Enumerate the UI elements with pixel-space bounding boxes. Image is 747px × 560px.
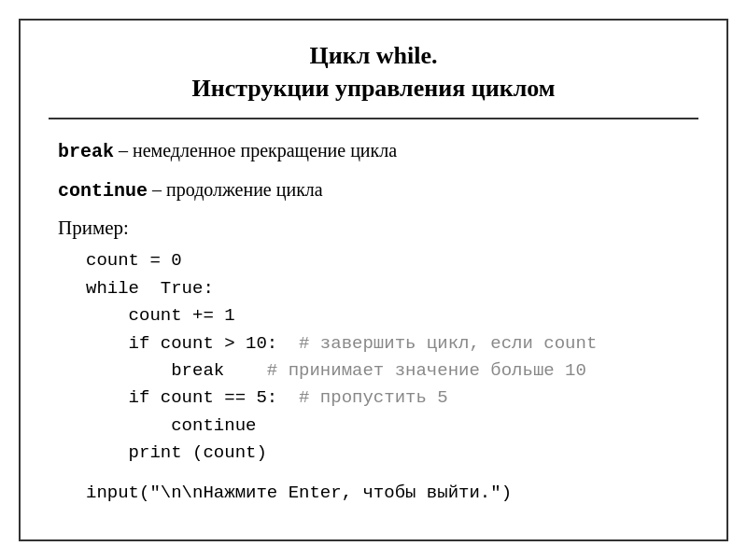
code-line-5: break # принимает значение больше 10	[86, 357, 689, 385]
code-line-2: while True:	[86, 275, 689, 302]
code-line-6: if count == 5: # пропустить 5	[86, 385, 689, 412]
continue-text: – продолжение цикла	[148, 179, 323, 200]
code-line-1: count = 0	[86, 247, 689, 274]
code-line-3: count += 1	[86, 302, 689, 329]
code-block: count = 0 while True: count += 1 if coun…	[86, 247, 689, 468]
slide-title: Цикл while. Инструкции управления циклом	[49, 39, 698, 105]
comment-1: # завершить цикл, если count	[299, 333, 597, 354]
break-text: – немедленное прекращение цикла	[114, 140, 397, 161]
comment-3: # пропустить 5	[299, 387, 448, 408]
continue-definition: continue – продолжение цикла	[58, 175, 689, 205]
slide: Цикл while. Инструкции управления циклом…	[19, 19, 728, 541]
break-definition: break – немедленное прекращение цикла	[58, 136, 689, 166]
code-line-7: continue	[86, 413, 689, 440]
input-line: input("\n\nНажмите Enter, чтобы выйти.")	[86, 483, 689, 503]
code-line-4: if count > 10: # завершить цикл, если co…	[86, 330, 689, 357]
title-box: Цикл while. Инструкции управления циклом	[49, 39, 698, 119]
comment-2: # принимает значение больше 10	[267, 360, 586, 381]
break-keyword: break	[58, 141, 114, 162]
example-label: Пример:	[58, 217, 689, 240]
code-line-8: print (count)	[86, 440, 689, 467]
content: break – немедленное прекращение цикла co…	[49, 136, 698, 503]
continue-keyword: continue	[58, 180, 148, 202]
